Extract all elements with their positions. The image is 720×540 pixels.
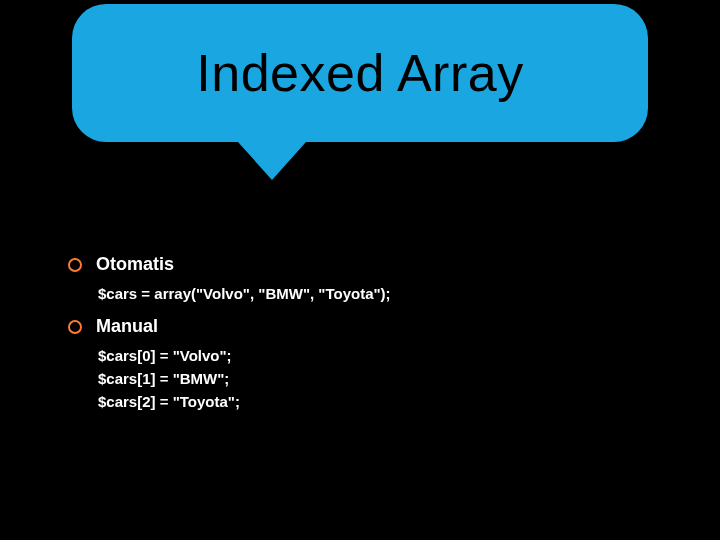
code-block-otomatis: $cars = array("Volvo", "BMW", "Toyota"); (68, 285, 391, 302)
title-box: Indexed Array (72, 4, 648, 142)
circle-bullet-icon (68, 258, 82, 272)
title-pointer (238, 142, 306, 180)
code-line: $cars = array("Volvo", "BMW", "Toyota"); (98, 285, 391, 302)
bullet-manual: Manual (68, 316, 391, 337)
bullet-label: Manual (96, 316, 158, 337)
slide-subtitle: >> Array dengan indeks numerik (68, 202, 470, 233)
circle-bullet-icon (68, 320, 82, 334)
code-line: $cars[2] = "Toyota"; (98, 393, 391, 410)
slide-content: Otomatis $cars = array("Volvo", "BMW", "… (68, 254, 391, 416)
bullet-otomatis: Otomatis (68, 254, 391, 275)
code-line: $cars[0] = "Volvo"; (98, 347, 391, 364)
code-block-manual: $cars[0] = "Volvo"; $cars[1] = "BMW"; $c… (68, 347, 391, 410)
slide-title: Indexed Array (196, 43, 523, 103)
bullet-label: Otomatis (96, 254, 174, 275)
code-line: $cars[1] = "BMW"; (98, 370, 391, 387)
